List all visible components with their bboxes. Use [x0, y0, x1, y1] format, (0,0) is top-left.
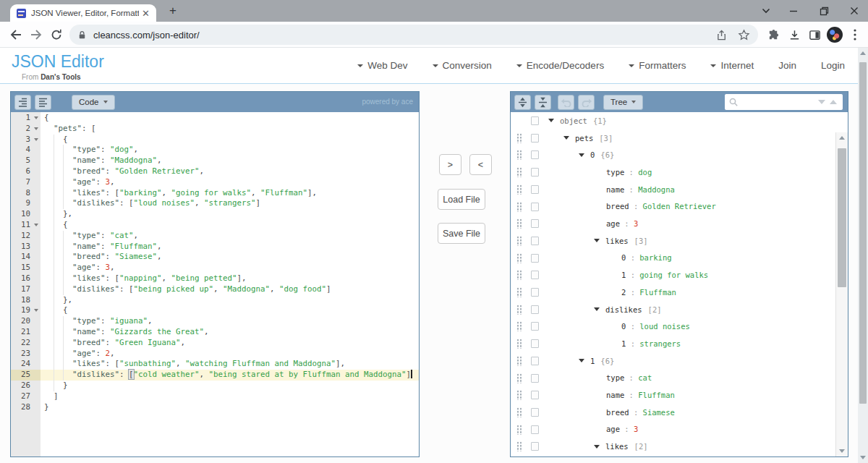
tree-field-value[interactable]: cat — [638, 373, 652, 382]
collapse-all-button[interactable] — [535, 95, 551, 110]
tree-row[interactable]: likes[2] — [511, 438, 835, 455]
tree-row[interactable]: age : 3 — [511, 215, 835, 232]
save-file-button[interactable]: Save File — [438, 223, 485, 244]
code-editor[interactable]: 1234567891011121314151617181920212223242… — [11, 112, 419, 456]
tree-node-label[interactable]: likes — [605, 237, 629, 245]
tree-field-name[interactable]: breed — [606, 408, 629, 417]
browser-tab[interactable]: JSON Viewer, Editor, Formatter ✕ — [10, 4, 156, 22]
nav-item-login[interactable]: Login — [821, 60, 845, 71]
tree-field-value[interactable]: Fluffman — [638, 391, 675, 399]
redo-button[interactable] — [578, 95, 595, 110]
drag-handle-icon[interactable] — [516, 339, 522, 349]
expand-toggle-icon[interactable] — [594, 307, 600, 311]
tree-node-label[interactable]: pets — [575, 134, 593, 143]
code-line[interactable]: }, — [41, 209, 419, 220]
tree-node-label[interactable]: dislikes — [605, 305, 642, 314]
tree-row[interactable]: dislikes[2] — [511, 301, 835, 318]
tab-close-icon[interactable]: ✕ — [142, 9, 150, 18]
tree-row[interactable]: name : Fluffman — [511, 386, 835, 404]
nav-item-join[interactable]: Join — [778, 60, 796, 71]
tree-field-name[interactable]: type — [606, 168, 624, 177]
tree-field-name[interactable]: name — [606, 391, 624, 399]
fold-toggle-icon[interactable] — [34, 309, 38, 312]
drag-handle-icon[interactable] — [516, 184, 522, 195]
tree-row-checkbox[interactable] — [531, 374, 539, 383]
drag-handle-icon[interactable] — [516, 150, 522, 160]
tree-row-checkbox[interactable] — [531, 322, 539, 331]
code-line[interactable]: "type": "cat", — [41, 231, 419, 242]
scroll-down-icon[interactable] — [858, 452, 868, 463]
search-next-icon[interactable] — [818, 100, 825, 104]
drag-handle-icon[interactable] — [516, 441, 522, 451]
drag-handle-icon[interactable] — [516, 321, 522, 331]
window-restore-button[interactable] — [810, 0, 838, 22]
expand-toggle-icon[interactable] — [579, 359, 584, 362]
tree-row[interactable]: object{1} — [511, 112, 835, 129]
tree-row-checkbox[interactable] — [531, 339, 539, 348]
tree-row[interactable]: breed : Siamese — [511, 404, 835, 421]
code-line[interactable]: } — [41, 402, 419, 413]
tree-field-value[interactable]: Fluffman — [639, 288, 676, 297]
code-line[interactable]: "type": "iguana", — [41, 316, 419, 327]
tree-row-checkbox[interactable] — [531, 116, 539, 125]
tree-row[interactable]: likes[3] — [511, 232, 835, 250]
scroll-up-icon[interactable] — [836, 132, 848, 143]
code-line[interactable]: "age": 3, — [41, 263, 419, 273]
tree-row-checkbox[interactable] — [531, 254, 539, 263]
tree-row[interactable]: 0 : napping — [511, 455, 835, 456]
drag-handle-icon[interactable] — [516, 236, 522, 246]
tree-node-label[interactable]: 0 — [590, 150, 595, 159]
tree-field-value[interactable]: Golden Retriever — [643, 202, 716, 211]
expand-toggle-icon[interactable] — [563, 136, 569, 140]
tree-row-checkbox[interactable] — [531, 185, 539, 194]
nav-item-encode-decoders[interactable]: Encode/Decoders — [516, 60, 604, 71]
page-scrollbar-thumb[interactable] — [859, 62, 867, 404]
scroll-down-icon[interactable] — [836, 446, 848, 456]
tree-field-name[interactable]: name — [606, 185, 624, 194]
drag-handle-icon[interactable] — [516, 167, 522, 177]
tree-row-checkbox[interactable] — [531, 203, 539, 211]
tree-row-checkbox[interactable] — [531, 425, 539, 434]
code-line[interactable]: "type": "dog", — [41, 145, 419, 156]
editor-mode-dropdown[interactable]: Code — [72, 95, 115, 110]
tab-search-chevron-icon[interactable] — [752, 0, 780, 22]
load-file-button[interactable]: Load File — [438, 189, 485, 210]
expand-toggle-icon[interactable] — [548, 119, 554, 122]
compact-json-button[interactable] — [35, 95, 51, 110]
drag-handle-icon[interactable] — [516, 425, 522, 435]
code-line[interactable]: { — [41, 135, 419, 145]
code-line[interactable]: { — [41, 220, 419, 231]
format-json-button[interactable] — [14, 95, 31, 110]
tree-row[interactable]: breed : Golden Retriever — [511, 198, 835, 216]
drag-handle-icon[interactable] — [516, 270, 522, 280]
code-line[interactable]: "pets": [ — [41, 124, 419, 135]
tree-field-value[interactable]: Siamese — [643, 408, 675, 417]
drag-handle-icon[interactable] — [516, 218, 522, 229]
window-minimize-button[interactable] — [780, 0, 807, 22]
drag-handle-icon[interactable] — [516, 390, 522, 400]
tree-row[interactable]: type : cat — [511, 370, 835, 387]
tree-field-value[interactable]: 3 — [634, 219, 638, 228]
drag-handle-icon[interactable] — [516, 253, 522, 263]
nav-item-formatters[interactable]: Formatters — [629, 60, 686, 71]
tree-row-checkbox[interactable] — [531, 357, 539, 365]
tree-row-checkbox[interactable] — [531, 219, 539, 228]
code-line[interactable]: "name": "Gizzards the Great", — [41, 327, 419, 338]
reload-button-icon[interactable] — [49, 27, 64, 42]
tree-row-checkbox[interactable] — [531, 288, 539, 297]
tree-row-checkbox[interactable] — [531, 237, 539, 245]
tree-row-checkbox[interactable] — [531, 134, 539, 143]
code-line[interactable]: "breed": "Siamese", — [41, 252, 419, 263]
code-line[interactable]: "name": "Maddogna", — [41, 156, 419, 166]
tree-search-box[interactable] — [725, 94, 843, 110]
copy-code-to-tree-button[interactable]: > — [439, 154, 461, 175]
scroll-up-icon[interactable] — [858, 48, 868, 59]
tree-field-name[interactable]: breed — [606, 202, 629, 211]
profile-avatar[interactable] — [827, 27, 843, 43]
tree-row-checkbox[interactable] — [531, 305, 539, 314]
tree-row-checkbox[interactable] — [531, 408, 539, 417]
tree-row[interactable]: 1 : going for walks — [511, 266, 835, 284]
new-tab-button[interactable]: + — [165, 3, 181, 19]
tree-row[interactable]: 0 : loud noises — [511, 318, 835, 335]
code-line[interactable]: "age": 3, — [41, 177, 419, 188]
